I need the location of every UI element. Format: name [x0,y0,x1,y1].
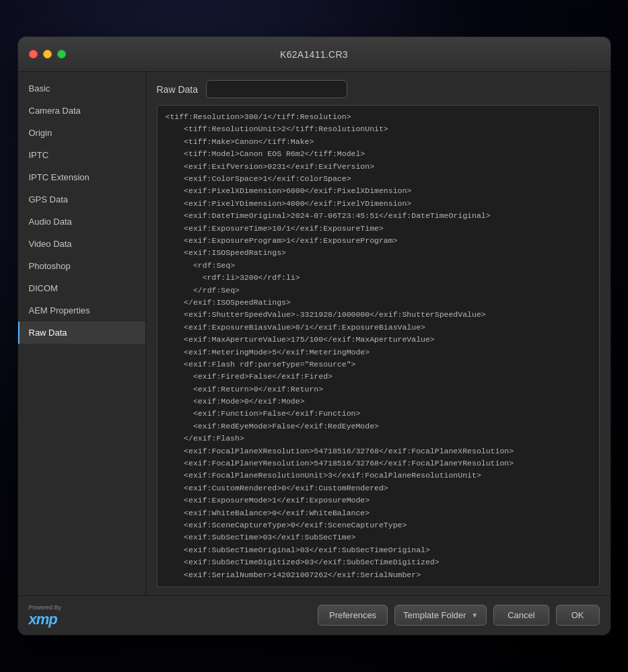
powered-by-label: Powered By [29,604,62,611]
sidebar-item-gps-data[interactable]: GPS Data [18,188,145,211]
sidebar-item-iptc-extension[interactable]: IPTC Extension [18,166,145,188]
sidebar-item-basic[interactable]: Basic [18,77,145,100]
right-panel: Raw Data ⌕ <tiff:Resolution>300/1</tiff:… [146,72,610,595]
sidebar-item-video-data[interactable]: Video Data [18,233,145,255]
title-bar: K62A1411.CR3 [18,37,610,72]
sidebar-item-aem-properties[interactable]: AEM Properties [18,299,145,322]
sidebar-item-origin[interactable]: Origin [18,122,145,144]
search-wrapper: ⌕ [206,80,600,98]
preferences-button[interactable]: Preferences [318,605,388,626]
traffic-lights [29,50,66,59]
sidebar: Basic Camera Data Origin IPTC IPTC Exten… [18,72,146,595]
template-folder-label: Template Folder [403,610,466,620]
window-title: K62A1411.CR3 [280,49,348,60]
sidebar-item-iptc[interactable]: IPTC [18,144,145,166]
raw-data-content[interactable]: <tiff:Resolution>300/1</tiff:Resolution>… [157,105,600,587]
bottom-bar: Powered By xmp Preferences Template Fold… [18,595,610,635]
maximize-button[interactable] [57,50,66,59]
search-input[interactable] [206,80,347,98]
close-button[interactable] [29,50,38,59]
sidebar-item-camera-data[interactable]: Camera Data [18,100,145,122]
xmp-logo-text: xmp [29,612,57,627]
main-content: Basic Camera Data Origin IPTC IPTC Exten… [18,72,610,595]
chevron-down-icon: ▼ [471,611,478,619]
minimize-button[interactable] [43,50,52,59]
sidebar-item-dicom[interactable]: DICOM [18,277,145,299]
ok-button[interactable]: OK [556,605,600,626]
cancel-button[interactable]: Cancel [493,605,549,626]
xmp-logo: Powered By xmp [29,604,62,627]
template-folder-dropdown[interactable]: Template Folder ▼ [394,605,487,626]
panel-header: Raw Data ⌕ [157,80,600,98]
sidebar-item-raw-data[interactable]: Raw Data [18,322,145,344]
panel-title: Raw Data [157,84,198,95]
sidebar-item-audio-data[interactable]: Audio Data [18,211,145,233]
main-dialog: K62A1411.CR3 Basic Camera Data Origin IP… [18,37,610,635]
sidebar-item-photoshop[interactable]: Photoshop [18,255,145,277]
